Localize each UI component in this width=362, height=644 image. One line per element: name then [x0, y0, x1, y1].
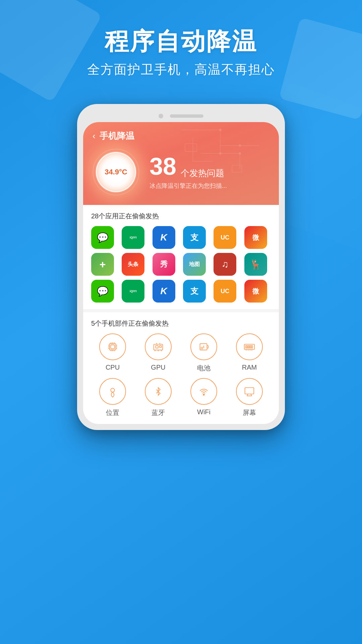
- svg-point-1: [239, 145, 241, 147]
- phone-topbar: [83, 110, 279, 122]
- svg-rect-39: [249, 345, 251, 348]
- app-icon-支付宝: 支: [183, 226, 206, 249]
- app-icon-大众: +: [91, 253, 114, 276]
- hardware-item-cpu: CPU: [91, 333, 134, 373]
- svg-point-46: [203, 394, 204, 395]
- hardware-label-battery: 电池: [197, 364, 210, 373]
- issue-count: 38: [149, 153, 176, 180]
- app-icon-酷我2: K: [153, 280, 175, 303]
- app-icon-微博: 微: [244, 226, 267, 249]
- hardware-label-bluetooth: 蓝牙: [152, 408, 165, 417]
- main-title: 程序自动降温: [0, 27, 362, 56]
- hardware-section: 5个手机部件正在偷偷发热 CPU GPU 电池 RAM: [83, 312, 279, 424]
- hardware-item-wifi: WiFi: [182, 378, 225, 417]
- issue-label: 个发热问题: [181, 168, 224, 178]
- hardware-icon-wifi: [190, 378, 217, 405]
- app-title: 手机降温: [100, 130, 134, 142]
- phone-speaker: [170, 114, 203, 118]
- temperature-display: 34.9°C: [93, 149, 139, 196]
- app-icon-地图: 地图: [183, 253, 206, 276]
- scan-description: 冰点降温引擎正在为您扫描...: [149, 182, 269, 190]
- hardware-section-title: 5个手机部件正在偷偷发热: [91, 319, 271, 328]
- app-icons-grid: 💬iQIYIK支UC微+头条秀地图♫🦌💬iQIYIK支UC微: [91, 226, 271, 303]
- phone-outer: ‹ 手机降温 34.9°C: [77, 104, 285, 430]
- hardware-item-location: 位置: [91, 378, 134, 417]
- app-icon-骆驼: 🦌: [244, 253, 267, 276]
- app-icon-UC2: UC: [214, 280, 236, 303]
- app-icon-微博2: 微: [244, 280, 267, 303]
- hardware-icon-screen: [236, 378, 263, 405]
- app-icon-微信: 💬: [91, 226, 114, 249]
- hardware-label-screen: 屏幕: [243, 408, 256, 417]
- app-icon-微信2: 💬: [91, 280, 114, 303]
- hardware-icon-ram: [236, 333, 263, 360]
- apps-section-title: 28个应用正在偷偷发热: [91, 212, 271, 221]
- svg-rect-37: [246, 345, 247, 348]
- hardware-icon-bluetooth: [145, 378, 172, 405]
- svg-rect-22: [160, 345, 162, 347]
- app-content: ‹ 手机降温 34.9°C: [83, 122, 279, 424]
- issue-count-row: 38 个发热问题: [149, 154, 269, 179]
- back-button[interactable]: ‹: [93, 131, 96, 141]
- hardware-label-cpu: CPU: [106, 364, 120, 371]
- hardware-item-gpu: GPU: [137, 333, 180, 373]
- hardware-item-ram: RAM: [228, 333, 271, 373]
- issue-info: 38 个发热问题 冰点降温引擎正在为您扫描...: [149, 154, 269, 190]
- svg-point-45: [111, 388, 114, 392]
- svg-rect-47: [245, 388, 254, 394]
- apps-section: 28个应用正在偷偷发热 💬iQIYIK支UC微+头条秀地图♫🦌💬iQIYIK支U…: [83, 205, 279, 310]
- temp-ring: 34.9°C: [96, 152, 136, 192]
- app-icon-UC浏览器: UC: [214, 226, 236, 249]
- app-title-bar: ‹ 手机降温: [93, 130, 269, 142]
- app-header-body: 34.9°C 38 个发热问题 冰点降温引擎正在为您扫描...: [93, 149, 269, 196]
- hardware-icons-row1: CPU GPU 电池 RAM: [91, 333, 271, 373]
- app-icon-爱奇艺2: iQIYI: [122, 280, 144, 303]
- hardware-icon-battery: [190, 333, 217, 360]
- app-icon-酷我: K: [153, 226, 175, 249]
- hardware-icon-gpu: [145, 333, 172, 360]
- hardware-item-battery: 电池: [182, 333, 225, 373]
- svg-rect-7: [111, 345, 114, 348]
- phone-mockup: ‹ 手机降温 34.9°C: [77, 104, 285, 430]
- hardware-icon-location: [99, 378, 126, 405]
- phone-screen: ‹ 手机降温 34.9°C: [83, 122, 279, 424]
- app-header: ‹ 手机降温 34.9°C: [83, 122, 279, 205]
- sub-title: 全方面护卫手机，高温不再担心: [0, 61, 362, 78]
- app-icon-爱奇艺: iQIYI: [122, 226, 144, 249]
- app-icon-头条: 头条: [122, 253, 144, 276]
- temperature-value: 34.9°C: [105, 168, 127, 176]
- hardware-label-ram: RAM: [242, 364, 257, 371]
- svg-rect-21: [156, 345, 158, 348]
- app-icon-支付宝2: 支: [183, 280, 206, 303]
- phone-camera: [159, 114, 163, 118]
- hardware-item-bluetooth: 蓝牙: [137, 378, 180, 417]
- hardware-icon-cpu: [99, 333, 126, 360]
- hardware-label-location: 位置: [106, 408, 119, 417]
- app-icon-网易云: ♫: [214, 253, 236, 276]
- hardware-item-screen: 屏幕: [228, 378, 271, 417]
- hardware-label-gpu: GPU: [151, 364, 165, 371]
- svg-rect-40: [251, 345, 253, 348]
- svg-rect-38: [247, 345, 249, 348]
- hardware-icons-row2: 位置 蓝牙 WiFi 屏幕: [91, 378, 271, 417]
- header-section: 程序自动降温 全方面护卫手机，高温不再担心: [0, 27, 362, 78]
- app-icon-美秀: 秀: [153, 253, 175, 276]
- hardware-label-wifi: WiFi: [197, 408, 210, 416]
